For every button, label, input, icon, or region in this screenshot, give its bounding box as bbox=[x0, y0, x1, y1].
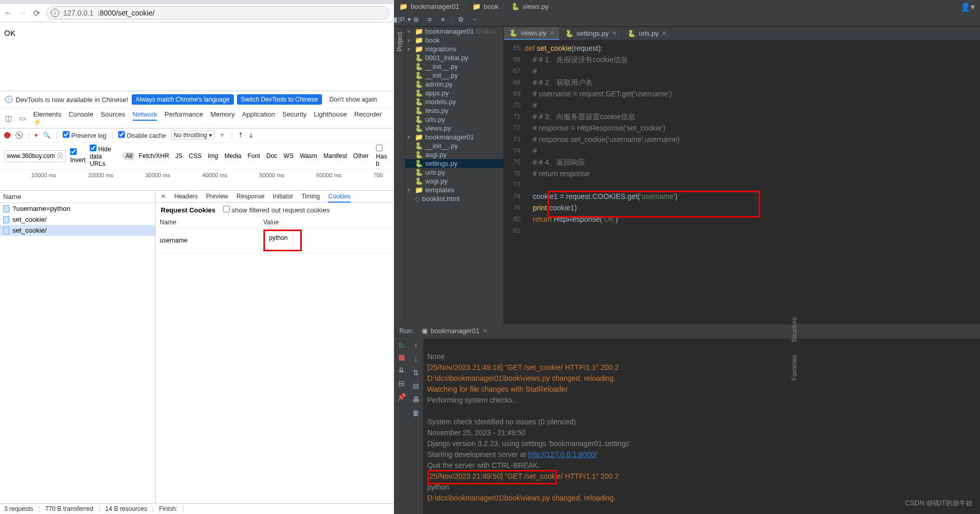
filter-css[interactable]: CSS bbox=[186, 152, 205, 160]
devtools-tab-console[interactable]: Console bbox=[68, 109, 93, 120]
forward-button[interactable]: → bbox=[19, 8, 27, 18]
filter-font[interactable]: Font bbox=[244, 152, 263, 160]
devtools-tab-lighthouse[interactable]: Lighthouse bbox=[314, 109, 347, 120]
tree-node[interactable]: 🐍__init__.py bbox=[405, 71, 503, 80]
pin-icon[interactable]: 📌 bbox=[397, 393, 406, 401]
back-button[interactable]: ← bbox=[4, 8, 12, 18]
tree-node[interactable]: 🐍urls.py bbox=[405, 115, 503, 124]
request-row[interactable]: set_cookie/ bbox=[0, 225, 155, 236]
upload-icon[interactable]: ⤒ bbox=[238, 132, 243, 139]
download-icon[interactable]: ⤓ bbox=[248, 132, 254, 139]
filter-input[interactable]: www.360buy.comⓧ bbox=[4, 150, 66, 162]
print-icon[interactable]: 🖶 bbox=[412, 395, 419, 404]
editor-tab[interactable]: 🐍settings.py✕ bbox=[560, 27, 622, 40]
scroll-icon[interactable]: ⊟ bbox=[413, 382, 419, 390]
request-row[interactable]: ?username=python bbox=[0, 203, 155, 214]
filter-wasm[interactable]: Wasm bbox=[297, 152, 320, 160]
request-row[interactable]: set_cookie/ bbox=[0, 214, 155, 225]
tree-node[interactable]: 🐍models.py bbox=[405, 97, 503, 106]
devtools-tab-performance[interactable]: Performance bbox=[164, 109, 203, 120]
filter-icon[interactable]: ▾ bbox=[35, 132, 38, 139]
close-icon[interactable]: ✕ bbox=[550, 30, 554, 36]
filter-doc[interactable]: Doc bbox=[263, 152, 280, 160]
favorites-tool[interactable]: Favorites bbox=[789, 349, 800, 387]
inspect-icon[interactable]: ◫ bbox=[5, 114, 12, 122]
throttle-select[interactable]: No throttling ▾ bbox=[171, 131, 215, 140]
filter-img[interactable]: Img bbox=[205, 152, 221, 160]
project-dropdown[interactable]: ◧ P..▾ bbox=[397, 14, 408, 24]
target-icon[interactable]: ⊕ bbox=[411, 14, 421, 24]
tree-node[interactable]: ▾📁templates bbox=[405, 185, 503, 194]
gear-icon[interactable]: ⚙ bbox=[456, 14, 466, 24]
wrap-icon[interactable]: ⇅ bbox=[413, 368, 419, 377]
hide-icon[interactable]: − bbox=[469, 14, 480, 24]
preserve-log[interactable]: Preserve log bbox=[63, 131, 106, 139]
hide-urls-checkbox[interactable]: Hide data URLs bbox=[90, 145, 118, 167]
tree-node[interactable]: 🐍__init__.py bbox=[405, 62, 503, 71]
clear-button[interactable] bbox=[16, 132, 23, 139]
tree-node[interactable]: 🐍0001_initial.py bbox=[405, 53, 503, 62]
rerun-button[interactable]: ↻ bbox=[398, 341, 404, 350]
invert-checkbox[interactable]: Invert bbox=[70, 148, 86, 164]
devtools-tab-network[interactable]: Network bbox=[133, 109, 158, 121]
devtools-tab-memory[interactable]: Memory bbox=[211, 109, 235, 120]
close-detail-button[interactable]: ✕ bbox=[161, 193, 166, 200]
tree-node[interactable]: 🐍settings.py bbox=[405, 159, 503, 168]
tree-node[interactable]: ◇booklist.html bbox=[405, 194, 503, 203]
code-editor[interactable]: def set_cookie(request): # # 1、先假设没有cook… bbox=[525, 40, 680, 324]
tree-node[interactable]: 🐍tests.py bbox=[405, 106, 503, 115]
detail-tab-cookies[interactable]: Cookies bbox=[328, 191, 351, 203]
network-timeline[interactable]: 10000 ms20000 ms30000 ms40000 ms50000 ms… bbox=[0, 170, 394, 191]
devtools-tab-security[interactable]: Security bbox=[282, 109, 306, 120]
switch-chinese-button[interactable]: Switch DevTools to Chinese bbox=[237, 94, 323, 105]
layout-icon[interactable]: ⊟ bbox=[398, 379, 404, 388]
tree-node[interactable]: ▾📁migrations bbox=[405, 45, 503, 53]
tree-node[interactable]: 🐍urls.py bbox=[405, 168, 503, 177]
project-tree[interactable]: ▾📁bookmanager01 D:\dcs▾📁book▾📁migrations… bbox=[405, 27, 504, 324]
close-icon[interactable]: ✕ bbox=[662, 30, 666, 37]
detail-tab-response[interactable]: Response bbox=[236, 191, 264, 202]
filter-other[interactable]: Other bbox=[350, 152, 372, 160]
disable-cache[interactable]: Disable cache bbox=[118, 131, 166, 139]
run-output[interactable]: None [25/Nov/2023 21:49:18] "GET /set_co… bbox=[423, 338, 980, 514]
trash-icon[interactable]: 🗑 bbox=[412, 409, 419, 417]
tree-node[interactable]: ▾📁bookmanager01 bbox=[405, 133, 503, 141]
filter-media[interactable]: Media bbox=[221, 152, 245, 160]
tree-node[interactable]: 🐍__init__.py bbox=[405, 141, 503, 150]
devtools-tab-sources[interactable]: Sources bbox=[101, 109, 125, 120]
detail-tab-headers[interactable]: Headers bbox=[174, 191, 198, 202]
blocked-checkbox[interactable]: Has b bbox=[376, 145, 389, 167]
down-icon[interactable]: ↓ bbox=[414, 355, 418, 363]
search-icon[interactable]: 🔍 bbox=[43, 132, 51, 139]
reload-button[interactable]: ⟳ bbox=[33, 8, 40, 18]
filter-js[interactable]: JS bbox=[172, 152, 186, 160]
tree-node[interactable]: 🐍apps.py bbox=[405, 89, 503, 97]
stop-button[interactable] bbox=[399, 355, 404, 361]
record-button[interactable] bbox=[4, 132, 10, 138]
tree-node[interactable]: 🐍wsgi.py bbox=[405, 177, 503, 185]
dont-show-button[interactable]: Don't show again bbox=[325, 94, 381, 105]
project-tool-strip[interactable]: Project bbox=[394, 27, 405, 324]
editor-tab[interactable]: 🐍views.py✕ bbox=[504, 27, 560, 40]
wifi-icon[interactable]: ᯤ bbox=[220, 132, 226, 139]
editor-tab[interactable]: 🐍urls.py✕ bbox=[622, 27, 672, 40]
up-icon[interactable]: ↑ bbox=[414, 341, 418, 350]
filter-manifest[interactable]: Manifest bbox=[320, 152, 350, 160]
user-menu-icon[interactable]: 👤▾ bbox=[960, 2, 975, 12]
collapse-icon[interactable]: ≡ bbox=[438, 14, 448, 24]
show-filtered-checkbox[interactable]: show filtered out request cookies bbox=[223, 206, 330, 214]
pause-icon[interactable]: ⇊ bbox=[398, 366, 404, 374]
tree-node[interactable]: ▾📁bookmanager01 D:\dcs bbox=[405, 27, 503, 36]
tree-node[interactable]: 🐍views.py bbox=[405, 124, 503, 133]
expand-icon[interactable]: ≑ bbox=[424, 14, 435, 24]
filter-all[interactable]: All bbox=[122, 152, 135, 160]
device-icon[interactable]: ▭ bbox=[19, 114, 26, 122]
devtools-tab-application[interactable]: Application bbox=[242, 109, 275, 120]
filter-ws[interactable]: WS bbox=[281, 152, 297, 160]
table-row[interactable]: username python bbox=[156, 228, 394, 253]
site-info-icon[interactable]: i bbox=[51, 9, 59, 17]
detail-tab-preview[interactable]: Preview bbox=[206, 191, 228, 202]
tree-node[interactable]: 🐍admin.py bbox=[405, 80, 503, 89]
tree-node[interactable]: 🐍asgi.py bbox=[405, 150, 503, 159]
detail-tab-initiator[interactable]: Initiator bbox=[273, 191, 293, 202]
